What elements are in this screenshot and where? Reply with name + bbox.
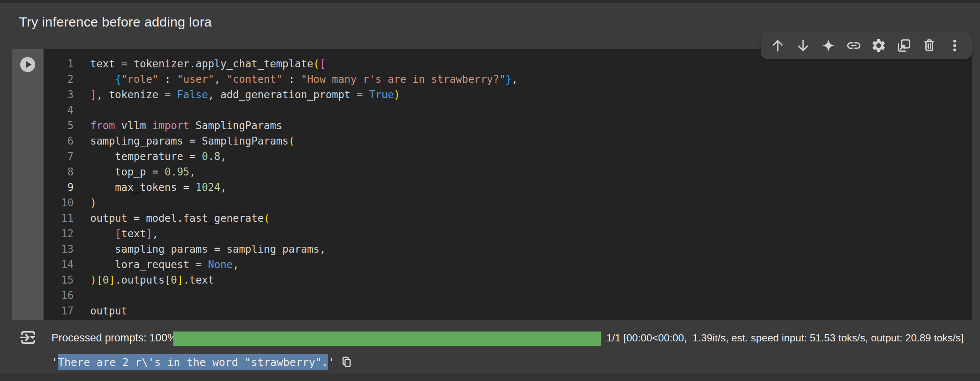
code-text: temperature = 0.8, — [74, 149, 226, 164]
progress-bar-fill — [173, 331, 601, 346]
line-number: 16 — [44, 288, 74, 303]
line-number: 1 — [44, 56, 74, 72]
mirror-cell-in-tab-button[interactable] — [895, 36, 914, 55]
code-line-6: 6sampling_params = SamplingParams( — [44, 133, 972, 149]
progress-label: Processed prompts: 100% — [51, 332, 177, 344]
cell-gutter — [12, 49, 44, 320]
top-divider — [0, 0, 980, 3]
code-line-5: 5from vllm import SamplingParams — [44, 118, 972, 133]
code-text: sampling_params = sampling_params, — [74, 242, 326, 257]
code-line-17: 17output — [44, 303, 972, 319]
code-text: output — [74, 303, 127, 319]
gemini-spark-button[interactable] — [819, 36, 838, 55]
cell-settings-icon — [871, 38, 887, 53]
line-number: 11 — [44, 211, 74, 226]
code-line-4: 4 — [44, 103, 972, 118]
copy-output-button[interactable] — [340, 355, 353, 369]
code-line-15: 15)[0].outputs[0].text — [44, 272, 972, 288]
move-cell-down-icon — [795, 38, 811, 53]
result-quote-open: ' — [51, 356, 58, 368]
code-text: from vllm import SamplingParams — [74, 118, 282, 133]
code-text: [text], — [74, 226, 158, 242]
code-line-10: 10) — [44, 195, 972, 211]
line-number: 10 — [44, 195, 74, 211]
code-editor[interactable]: 1text = tokenizer.apply_chat_template([2… — [44, 49, 972, 320]
code-text: sampling_params = SamplingParams( — [74, 133, 295, 149]
executed-code-history-button[interactable] — [17, 327, 39, 349]
code-text: ) — [74, 195, 97, 211]
code-text: text = tokenizer.apply_chat_template([ — [74, 56, 326, 72]
code-line-14: 14 lora_request = None, — [44, 257, 972, 272]
code-line-7: 7 temperature = 0.8, — [44, 149, 972, 164]
result-quote-close: ' — [328, 356, 334, 368]
code-text: output = model.fast_generate( — [74, 211, 270, 226]
move-cell-up-icon — [770, 38, 786, 53]
line-number: 15 — [44, 272, 74, 288]
cell-toolbar — [761, 32, 972, 59]
code-line-3: 3], tokenize = False, add_generation_pro… — [44, 87, 972, 103]
line-number: 4 — [44, 103, 74, 118]
copy-link-to-cell-icon — [846, 38, 862, 53]
line-number: 5 — [44, 118, 74, 133]
line-number: 2 — [44, 72, 74, 87]
line-number: 8 — [44, 164, 74, 180]
line-number: 9 — [44, 180, 74, 195]
move-cell-up-button[interactable] — [768, 36, 787, 55]
play-icon — [26, 61, 32, 68]
line-number: 7 — [44, 149, 74, 164]
copy-link-to-cell-button[interactable] — [844, 36, 863, 55]
executed-code-history-icon — [18, 327, 38, 348]
page-title: Try inference before adding lora — [19, 14, 212, 30]
progress-stats: 1/1 [00:00<00:00, 1.39it/s, est. speed i… — [606, 332, 964, 344]
code-text — [74, 103, 90, 118]
code-line-11: 11output = model.fast_generate( — [44, 211, 972, 226]
line-number: 6 — [44, 133, 74, 149]
result-selected-text: There are 2 r\'s in the word "strawberry… — [58, 354, 328, 370]
copy-icon — [340, 355, 353, 369]
colab-notebook-page: Try inference before adding lora 1text =… — [0, 0, 980, 381]
more-cell-actions-icon — [947, 38, 963, 53]
code-line-8: 8 top_p = 0.95, — [44, 164, 972, 180]
code-line-13: 13 sampling_params = sampling_params, — [44, 242, 972, 257]
move-cell-down-button[interactable] — [794, 36, 813, 55]
cell-output-area: Processed prompts: 100% 1/1 [00:00<00:00… — [12, 320, 972, 373]
code-text: )[0].outputs[0].text — [74, 272, 214, 288]
line-number: 13 — [44, 242, 74, 257]
line-number: 3 — [44, 87, 74, 103]
code-line-9: 9 max_tokens = 1024, — [44, 180, 972, 195]
code-text — [74, 288, 90, 303]
code-line-2: 2 {"role" : "user", "content" : "How man… — [44, 72, 972, 87]
code-text: top_p = 0.95, — [74, 164, 196, 180]
code-text: max_tokens = 1024, — [74, 180, 226, 195]
line-number: 17 — [44, 303, 74, 319]
cell-settings-button[interactable] — [869, 36, 888, 55]
more-cell-actions-button[interactable] — [945, 36, 964, 55]
line-number: 14 — [44, 257, 74, 272]
code-line-16: 16 — [44, 288, 972, 303]
gemini-spark-icon — [820, 38, 836, 53]
line-number: 12 — [44, 226, 74, 242]
run-cell-button[interactable] — [20, 57, 35, 72]
code-line-12: 12 [text], — [44, 226, 972, 242]
result-text-row[interactable]: 'There are 2 r\'s in the word "strawberr… — [51, 353, 353, 371]
progress-bar — [173, 331, 601, 346]
code-text: {"role" : "user", "content" : "How many … — [74, 72, 518, 87]
delete-cell-icon — [921, 38, 937, 53]
code-text: lora_request = None, — [74, 257, 239, 272]
delete-cell-button[interactable] — [920, 36, 939, 55]
code-text: ], tokenize = False, add_generation_prom… — [74, 87, 400, 103]
mirror-cell-in-tab-icon — [896, 38, 912, 53]
code-cell: 1text = tokenizer.apply_chat_template([2… — [12, 49, 972, 320]
